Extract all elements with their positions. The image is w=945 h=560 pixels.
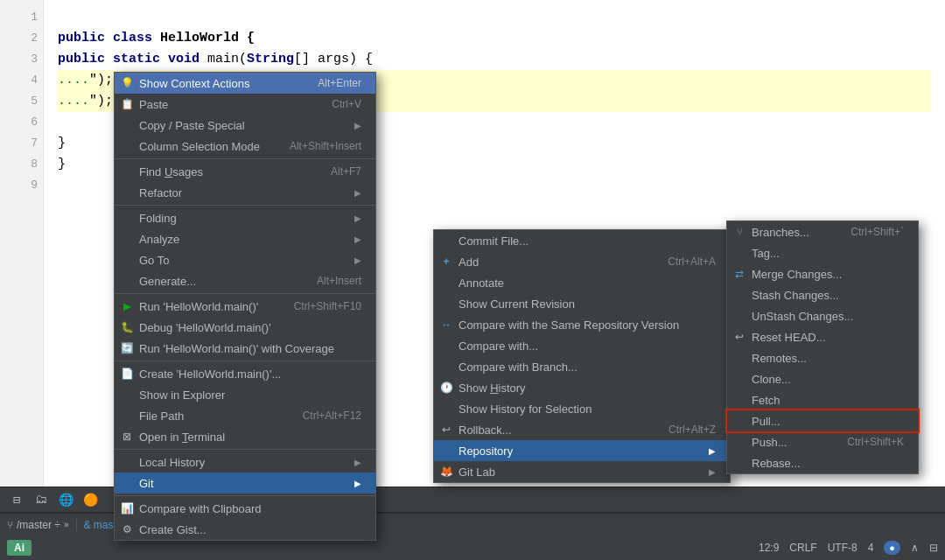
menu-item-show-history[interactable]: 🕐 Show History xyxy=(434,377,730,398)
ai-badge[interactable]: Ai xyxy=(7,540,32,556)
menu-item-rollback[interactable]: ↩ Rollback... Ctrl+Alt+Z xyxy=(434,419,730,440)
editor-gutter: 1 2 3 4 5 6 7 8 9 xyxy=(0,0,44,525)
history-icon: 🕐 xyxy=(439,381,453,395)
menu-item-analyze[interactable]: Analyze ▶ xyxy=(115,228,375,249)
arrow-folding: ▶ xyxy=(354,214,361,223)
run-icon: ▶ xyxy=(120,299,134,313)
cursor-position[interactable]: 12:9 xyxy=(759,542,779,554)
menu-label-refactor: Refactor xyxy=(139,186,182,200)
menu-label-rollback: Rollback... xyxy=(458,424,512,437)
add-icon: + xyxy=(439,255,453,269)
menu-label-commit: Commit File... xyxy=(458,234,528,248)
menu-label-pull: Pull... xyxy=(752,415,780,428)
menu-item-compare-with[interactable]: Compare with... xyxy=(434,335,730,356)
menu-item-find-usages[interactable]: Find Usages Alt+F7 xyxy=(115,161,375,182)
menu-item-remotes[interactable]: Remotes... xyxy=(727,347,918,368)
menu-label-annotate: Annotate xyxy=(458,276,504,290)
menu-item-push[interactable]: Push... Ctrl+Shift+K xyxy=(727,431,918,452)
menu-label-branches: Branches... xyxy=(752,226,809,239)
menu-item-unstash[interactable]: UnStash Changes... xyxy=(727,305,918,326)
menu-item-annotate[interactable]: Annotate xyxy=(434,272,730,293)
toolbar-icon-2[interactable]: 🗂 xyxy=(32,490,51,509)
menu-item-commit-file[interactable]: Commit File... xyxy=(434,230,730,251)
arrow-refactor: ▶ xyxy=(354,188,361,198)
expand-icon: » xyxy=(64,520,69,529)
menu-item-folding[interactable]: Folding ▶ xyxy=(115,207,375,228)
menu-item-compare-branch[interactable]: Compare with Branch... xyxy=(434,356,730,377)
arrow-copy-paste: ▶ xyxy=(354,121,361,130)
menu-label-current-revision: Show Current Revision xyxy=(458,298,575,311)
menu-item-show-current-revision[interactable]: Show Current Revision xyxy=(434,293,730,314)
menu-label-coverage: Run 'HelloWorld.main()' with Coverage xyxy=(139,342,334,355)
menu-label-stash: Stash Changes... xyxy=(752,289,839,302)
toolbar-icon-1[interactable]: ⊟ xyxy=(7,490,26,509)
up-icon[interactable]: ∧ xyxy=(911,542,919,554)
encoding[interactable]: UTF-8 xyxy=(828,542,858,554)
menu-item-repository[interactable]: Repository ▶ xyxy=(434,440,730,461)
menu-item-compare-clipboard[interactable]: 📊 Compare with Clipboard xyxy=(115,498,375,519)
gist-icon: ⚙ xyxy=(120,522,134,536)
menu-label-show-history: Show History xyxy=(458,382,526,395)
menu-item-stash[interactable]: Stash Changes... xyxy=(727,284,918,305)
shortcut-generate: Alt+Insert xyxy=(299,275,361,287)
menu-item-history-selection[interactable]: Show History for Selection xyxy=(434,398,730,419)
menu-label-show-context: Show Context Actions xyxy=(139,77,249,90)
shortcut-branches: Ctrl+Shift+` xyxy=(833,226,904,238)
menu-label-terminal: Open in Terminal xyxy=(139,430,225,444)
menu-item-fetch[interactable]: Fetch xyxy=(727,389,918,410)
menu-label-compare-branch: Compare with Branch... xyxy=(458,360,578,374)
menu-label-compare-repo: Compare with the Same Repository Version xyxy=(458,318,679,332)
settings-icon[interactable]: ⊟ xyxy=(929,542,938,554)
separator-3 xyxy=(115,293,375,294)
menu-item-create-gist[interactable]: ⚙ Create Gist... xyxy=(115,519,375,540)
menu-label-history: Local History xyxy=(139,456,205,469)
git-branch[interactable]: ⑂ /master ÷ » xyxy=(0,519,77,531)
menu-item-run[interactable]: ▶ Run 'HelloWorld.main()' Ctrl+Shift+F10 xyxy=(115,296,375,317)
menu-label-unstash: UnStash Changes... xyxy=(752,310,853,323)
terminal-icon: ⊠ xyxy=(120,430,134,444)
menu-item-add[interactable]: + Add Ctrl+Alt+A xyxy=(434,251,730,272)
line-ending[interactable]: CRLF xyxy=(789,542,816,554)
menu-label-clone: Clone... xyxy=(752,373,791,386)
menu-item-clone[interactable]: Clone... xyxy=(727,368,918,389)
menu-item-show-context[interactable]: 💡 Show Context Actions Alt+Enter xyxy=(115,73,375,94)
menu-label-compare-with: Compare with... xyxy=(458,340,538,353)
menu-item-branches[interactable]: ⑂ Branches... Ctrl+Shift+` xyxy=(727,221,918,242)
menu-item-run-coverage[interactable]: 🔄 Run 'HelloWorld.main()' with Coverage xyxy=(115,338,375,359)
menu-item-tag[interactable]: Tag... xyxy=(727,242,918,263)
branch-icon: ⑂ xyxy=(7,519,13,531)
menu-item-merge-changes[interactable]: ⇄ Merge Changes... xyxy=(727,263,918,284)
menu-item-local-history[interactable]: Local History ▶ xyxy=(115,452,375,472)
menu-label-generate: Generate... xyxy=(139,275,196,288)
menu-label-fetch: Fetch xyxy=(752,394,780,407)
context-menu-main: 💡 Show Context Actions Alt+Enter 📋 Paste… xyxy=(114,72,376,541)
menu-label-push: Push... xyxy=(752,436,787,449)
merge-icon: ⇄ xyxy=(732,267,746,281)
shortcut-filepath: Ctrl+Alt+F12 xyxy=(285,410,361,422)
menu-item-generate[interactable]: Generate... Alt+Insert xyxy=(115,270,375,291)
menu-item-gitlab[interactable]: 🦊 Git Lab ▶ xyxy=(434,461,730,482)
menu-item-debug[interactable]: 🐛 Debug 'HelloWorld.main()' xyxy=(115,317,375,338)
menu-item-compare-repo[interactable]: ↔ Compare with the Same Repository Versi… xyxy=(434,314,730,335)
context-menu-git: Commit File... + Add Ctrl+Alt+A Annotate… xyxy=(433,229,731,483)
menu-item-goto[interactable]: Go To ▶ xyxy=(115,249,375,270)
branches-icon: ⑂ xyxy=(732,225,746,239)
toolbar-icon-3[interactable]: 🌐 xyxy=(56,490,75,509)
status-bar-right: 12:9 CRLF UTF-8 4 ● ∧ ⊟ xyxy=(759,541,945,555)
notification-icon[interactable]: ● xyxy=(884,541,900,555)
menu-item-pull[interactable]: Pull... xyxy=(727,410,918,431)
menu-item-file-path[interactable]: File Path Ctrl+Alt+F12 xyxy=(115,405,375,426)
menu-item-show-explorer[interactable]: Show in Explorer xyxy=(115,384,375,405)
menu-item-refactor[interactable]: Refactor ▶ xyxy=(115,182,375,203)
menu-item-rebase[interactable]: Rebase... xyxy=(727,452,918,473)
separator-4 xyxy=(115,360,375,361)
toolbar-icon-4[interactable]: 🟠 xyxy=(80,490,100,509)
menu-item-create[interactable]: 📄 Create 'HelloWorld.main()'... xyxy=(115,363,375,384)
menu-item-paste[interactable]: 📋 Paste Ctrl+V xyxy=(115,94,375,115)
menu-item-terminal[interactable]: ⊠ Open in Terminal xyxy=(115,426,375,447)
menu-item-reset-head[interactable]: ↩ Reset HEAD... xyxy=(727,326,918,347)
menu-item-git[interactable]: Git ▶ xyxy=(115,472,375,494)
menu-item-copy-paste-special[interactable]: Copy / Paste Special ▶ xyxy=(115,115,375,136)
menu-item-column-selection[interactable]: Column Selection Mode Alt+Shift+Insert xyxy=(115,136,375,157)
gitlab-icon: 🦊 xyxy=(439,465,453,479)
